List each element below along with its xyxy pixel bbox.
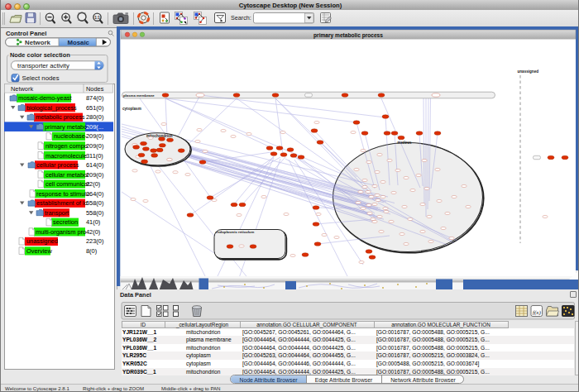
svg-text:nucleobase-: nucleobase- xyxy=(54,132,88,140)
svg-text:primary metabo: primary metabo xyxy=(45,123,87,131)
svg-text:41(0): 41(0) xyxy=(86,218,100,226)
svg-text:f(x): f(x) xyxy=(533,309,541,316)
svg-text:Control Panel: Control Panel xyxy=(6,30,46,37)
svg-text:Mosaic: Mosaic xyxy=(68,39,90,46)
svg-text:unassigned: unassigned xyxy=(518,69,539,74)
svg-text:metabolic process: metabolic process xyxy=(36,113,85,121)
svg-text:223(0): 223(0) xyxy=(86,237,103,245)
svg-text:cell communicat: cell communicat xyxy=(45,180,89,188)
svg-text:1:1: 1:1 xyxy=(94,16,100,20)
svg-text:cellular process: cellular process xyxy=(36,161,79,169)
svg-text:Search:: Search: xyxy=(231,14,251,22)
svg-text:209(...: 209(... xyxy=(86,123,103,131)
svg-text:209(0): 209(0) xyxy=(86,132,103,140)
svg-text:biological_process: biological_process xyxy=(26,104,77,112)
svg-text:Overview: Overview xyxy=(26,247,52,255)
svg-text:transport: transport xyxy=(45,209,69,217)
svg-text:Nodes: Nodes xyxy=(86,85,104,93)
svg-text:multi-organism pro: multi-organism pro xyxy=(36,228,86,236)
svg-text:8(0): 8(0) xyxy=(86,247,97,255)
svg-text:nucleus: nucleus xyxy=(398,141,413,145)
svg-text:558(0): 558(0) xyxy=(86,209,103,217)
svg-text:primary metabolic process: primary metabolic process xyxy=(313,32,383,39)
svg-text:558(0): 558(0) xyxy=(86,199,103,207)
svg-text:establishment of lo: establishment of lo xyxy=(36,199,88,207)
svg-text:42(0): 42(0) xyxy=(86,228,100,236)
svg-text:651(0): 651(0) xyxy=(86,104,103,112)
svg-text:nitrogen compo: nitrogen compo xyxy=(45,142,88,150)
svg-text:mosaic-demo-yeast: mosaic-demo-yeast xyxy=(18,94,71,102)
svg-text:cellular metabol: cellular metabol xyxy=(45,171,89,179)
svg-text:macromolecule: macromolecule xyxy=(45,152,87,160)
svg-text:Network: Network xyxy=(11,85,33,93)
svg-text:cytoplasm: cytoplasm xyxy=(122,107,141,111)
svg-text:plasma membrane: plasma membrane xyxy=(123,93,155,98)
svg-text:Network: Network xyxy=(25,39,50,46)
svg-text:209(0): 209(0) xyxy=(86,142,103,150)
svg-text:Select nodes: Select nodes xyxy=(22,74,60,82)
svg-text:Node color selection: Node color selection xyxy=(10,51,70,59)
svg-text:22(0): 22(0) xyxy=(86,180,100,188)
svg-text:response to stimulu: response to stimulu xyxy=(36,190,89,198)
svg-text:unassigned: unassigned xyxy=(26,237,58,245)
svg-text:endoplasmic reticulum: endoplasmic reticulum xyxy=(216,230,255,234)
svg-text:264(0): 264(0) xyxy=(86,190,103,198)
svg-text:311(0): 311(0) xyxy=(86,152,103,160)
svg-text:280(0): 280(0) xyxy=(86,113,103,121)
svg-text:874(0): 874(0) xyxy=(86,94,103,102)
svg-text:614(0): 614(0) xyxy=(86,161,103,169)
svg-text:transporter activity: transporter activity xyxy=(17,62,69,69)
svg-text:secretion: secretion xyxy=(53,218,78,226)
svg-text:209(0): 209(0) xyxy=(86,171,103,179)
